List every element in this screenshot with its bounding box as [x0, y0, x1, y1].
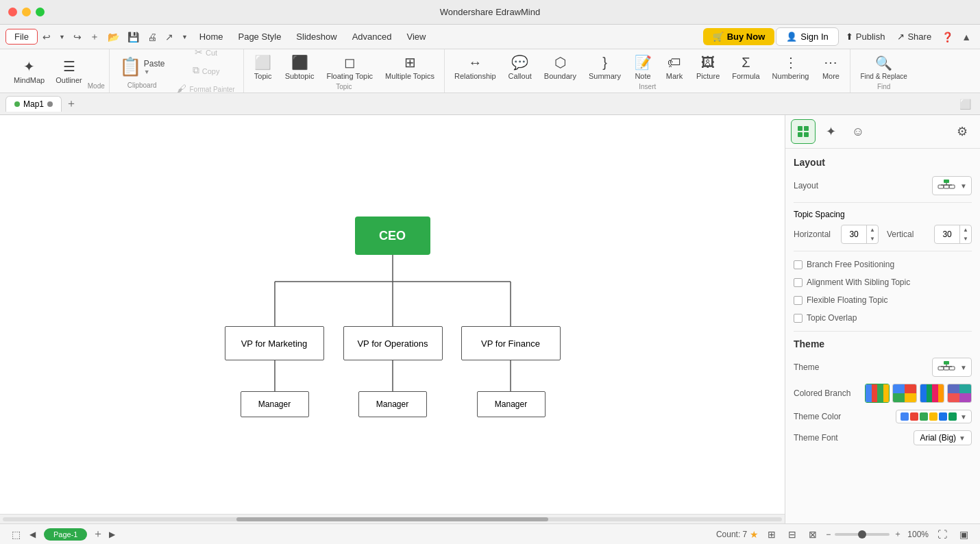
add-page-button[interactable]: ＋: [93, 527, 103, 541]
horizontal-down[interactable]: ▼: [867, 234, 878, 243]
node-vp-marketing[interactable]: VP for Marketing: [225, 326, 324, 360]
picture-tool[interactable]: 🖼 Picture: [691, 51, 725, 83]
mark-tool[interactable]: 🏷 Mark: [659, 51, 689, 83]
callout-tool[interactable]: 💬 Callout: [503, 51, 537, 83]
note-tool[interactable]: 📝 Note: [628, 51, 658, 83]
status-bar: ⬚ ◀ Page-1 ＋ ▶ Count: 7 ★ ⊞ ⊟ ⊠ − ＋ 100%…: [0, 523, 980, 544]
open-button[interactable]: 📂: [104, 29, 123, 45]
fullscreen-button[interactable]: ⛶: [934, 526, 951, 543]
grid-view-button[interactable]: ⊞: [764, 526, 779, 543]
copy-tool[interactable]: ⧉ Copy: [173, 62, 238, 79]
find-replace-tool[interactable]: 🔍 Find & Replace: [855, 52, 912, 83]
publish-button[interactable]: ⬆ Publish: [840, 29, 891, 45]
print-button[interactable]: 🖨: [144, 29, 160, 45]
floating-topic-tool[interactable]: ◻ Floating Topic: [321, 51, 378, 83]
scroll-thumb[interactable]: [236, 517, 548, 521]
paste-dropdown[interactable]: ▼: [144, 69, 150, 75]
panel-tab-settings[interactable]: ⚙: [950, 119, 975, 144]
outline-view-button[interactable]: ⊟: [785, 526, 800, 543]
page-style-menu[interactable]: Page Style: [231, 29, 288, 45]
paste-tool[interactable]: 📋 Paste ▼: [114, 53, 171, 82]
layout-dropdown[interactable]: ▼: [932, 176, 972, 195]
horizontal-scrollbar[interactable]: [0, 514, 785, 523]
node-manager-3[interactable]: Manager: [477, 391, 546, 417]
view-menu[interactable]: View: [400, 29, 432, 45]
panel-tab-emoji[interactable]: ☺: [846, 119, 870, 144]
numbering-tool[interactable]: ⋮ Numbering: [767, 51, 815, 83]
share-button[interactable]: ↗ Share: [892, 29, 937, 45]
help-button[interactable]: ❓: [938, 29, 957, 45]
topic-tool[interactable]: ⬜ Topic: [248, 51, 278, 83]
branch-free-label: Branch Free Positioning: [807, 260, 894, 269]
expand-button[interactable]: ▲: [958, 29, 975, 45]
undo-dropdown[interactable]: ▼: [56, 31, 69, 43]
node-vp-operations[interactable]: VP for Operations: [343, 326, 443, 360]
theme-font-dropdown[interactable]: Arial (Big) ▼: [914, 430, 972, 445]
cb-option-2[interactable]: [892, 384, 917, 403]
relationship-tool[interactable]: ↔ Relationship: [449, 51, 502, 83]
multiple-topics-tool[interactable]: ⊞ Multiple Topics: [380, 51, 440, 83]
cb-option-1[interactable]: [865, 384, 890, 403]
node-manager-2[interactable]: Manager: [358, 391, 427, 417]
horizontal-input[interactable]: 30: [842, 227, 866, 241]
file-menu[interactable]: File: [5, 29, 38, 45]
branch-free-checkbox[interactable]: [794, 260, 803, 269]
panel-toggle-button[interactable]: ⬜: [956, 96, 975, 112]
zoom-thumb[interactable]: [858, 530, 866, 539]
cut-tool[interactable]: ✂ Cut: [173, 45, 238, 61]
panel-tab-layout[interactable]: [791, 119, 816, 144]
tab-map1[interactable]: Map1: [5, 96, 62, 112]
advanced-menu[interactable]: Advanced: [345, 29, 399, 45]
formula-tool[interactable]: Σ Formula: [726, 51, 765, 83]
export-button[interactable]: ↗: [162, 29, 177, 45]
flexible-checkbox[interactable]: [794, 296, 803, 305]
theme-color-dropdown[interactable]: ▼: [896, 410, 972, 423]
export-dropdown[interactable]: ▼: [178, 31, 191, 43]
mindmap-tool[interactable]: ✦ MindMap: [8, 55, 50, 87]
add-tab-button[interactable]: ＋: [63, 97, 79, 111]
vertical-up[interactable]: ▲: [960, 225, 971, 234]
fit-view-button[interactable]: ⊠: [805, 526, 820, 543]
alignment-checkbox[interactable]: [794, 278, 803, 287]
horizontal-up[interactable]: ▲: [867, 225, 878, 234]
zoom-out-icon[interactable]: −: [826, 530, 831, 539]
buy-now-button[interactable]: 🛒 Buy Now: [703, 28, 775, 45]
minimize-button[interactable]: [22, 8, 31, 16]
subtopic-tool[interactable]: ⬛ Subtopic: [280, 51, 320, 83]
new-button[interactable]: ＋: [86, 28, 103, 46]
summary-tool[interactable]: } Summary: [583, 51, 626, 83]
page-tab[interactable]: Page-1: [44, 528, 87, 541]
node-ceo[interactable]: CEO: [355, 217, 430, 255]
slideshow-menu[interactable]: Slideshow: [289, 29, 343, 45]
horizontal-spinner[interactable]: 30 ▲ ▼: [841, 225, 879, 244]
undo-button[interactable]: ↩: [39, 29, 54, 45]
count-label: Count: 7: [716, 530, 747, 539]
zoom-slider[interactable]: − ＋: [826, 528, 902, 540]
vertical-spinner[interactable]: 30 ▲ ▼: [934, 225, 972, 244]
panel-tab-style[interactable]: ✦: [818, 119, 843, 144]
save-button[interactable]: 💾: [124, 29, 143, 45]
theme-dropdown[interactable]: ▼: [932, 358, 972, 377]
cb-option-3[interactable]: [920, 384, 944, 403]
mode-label: Mode: [88, 82, 105, 92]
canvas[interactable]: CEO VP for Marketing VP for Operations V…: [0, 115, 785, 523]
sign-in-button[interactable]: 👤 Sign In: [776, 27, 838, 46]
sidebar-toggle[interactable]: ⬚: [8, 526, 24, 543]
home-menu[interactable]: Home: [193, 29, 230, 45]
overlap-checkbox[interactable]: [794, 314, 803, 323]
theme-font-label: Theme Font: [794, 433, 914, 443]
node-manager-1[interactable]: Manager: [241, 391, 309, 417]
outliner-tool[interactable]: ☰ Outliner: [50, 55, 88, 87]
vertical-down[interactable]: ▼: [960, 234, 971, 243]
cb-option-4[interactable]: [947, 384, 972, 403]
node-vp-finance[interactable]: VP for Finance: [461, 326, 561, 360]
boundary-tool[interactable]: ⬡ Boundary: [539, 51, 582, 83]
redo-button[interactable]: ↪: [70, 29, 85, 45]
vertical-input[interactable]: 30: [935, 227, 959, 241]
more-tool[interactable]: ⋯ More: [816, 51, 846, 83]
panel-right-button[interactable]: ▣: [956, 526, 972, 543]
maximize-button[interactable]: [36, 8, 45, 16]
close-button[interactable]: [8, 8, 17, 16]
zoom-in-icon[interactable]: ＋: [894, 528, 902, 540]
copy-icon: ⧉: [193, 64, 199, 76]
